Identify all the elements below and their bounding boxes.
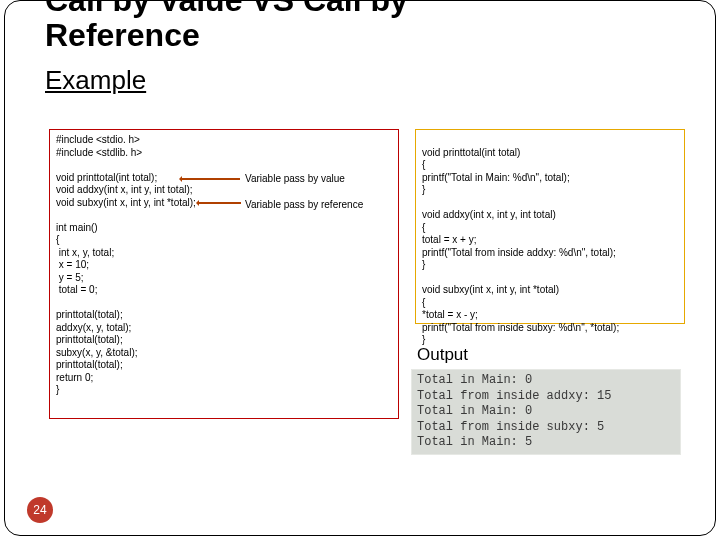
page-number-badge: 24 bbox=[27, 497, 53, 523]
output-console: Total in Main: 0 Total from inside addxy… bbox=[411, 369, 681, 455]
slide-title: Call by Value VS Call by Reference bbox=[45, 0, 408, 53]
arrow-icon bbox=[180, 178, 240, 180]
arrow-icon bbox=[197, 202, 241, 204]
annotation-pass-by-reference: Variable pass by reference bbox=[245, 199, 363, 210]
code-box-right: void printtotal(int total) { printf("Tot… bbox=[415, 129, 685, 324]
code-box-left: #include <stdio. h> #include <stdlib. h>… bbox=[49, 129, 399, 419]
slide-frame: Call by Value VS Call by Reference Examp… bbox=[4, 0, 716, 536]
slide-subtitle: Example bbox=[45, 65, 146, 96]
output-heading: Output bbox=[417, 345, 468, 365]
annotation-pass-by-value: Variable pass by value bbox=[245, 173, 345, 184]
